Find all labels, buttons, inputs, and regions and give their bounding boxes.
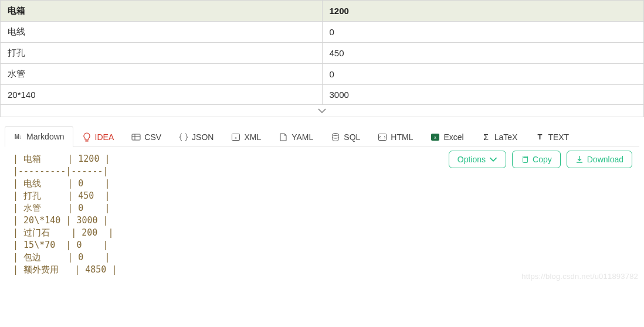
tab-csv[interactable]: CSV — [123, 127, 170, 147]
expand-toggle[interactable] — [0, 105, 644, 117]
xml-icon: x — [231, 132, 240, 142]
tab-label: TEXT — [548, 132, 569, 142]
svg-text:x: x — [235, 136, 237, 139]
cell-value: 0 — [322, 22, 644, 43]
excel-icon: x — [431, 132, 440, 142]
table-row: 20*140 3000 — [1, 85, 644, 105]
tab-text[interactable]: T TEXT — [526, 127, 578, 147]
tab-json[interactable]: JSON — [170, 127, 222, 147]
bulb-icon — [82, 132, 91, 142]
cell-value: 3000 — [322, 85, 644, 105]
html-icon — [378, 132, 387, 142]
chevron-down-icon — [318, 106, 326, 115]
tab-xml[interactable]: x XML — [222, 127, 270, 147]
cell-name: 打孔 — [1, 43, 323, 64]
caret-down-icon — [489, 155, 497, 164]
markdown-icon: M↓ — [13, 132, 23, 141]
data-table: 电箱 1200 电线 0 打孔 450 水管 0 20*140 3000 — [0, 0, 644, 105]
svg-rect-0 — [132, 134, 140, 140]
table-row: 电线 0 — [1, 22, 644, 43]
tab-sql[interactable]: SQL — [322, 127, 369, 147]
options-button[interactable]: Options — [449, 151, 506, 168]
cell-name: 水管 — [1, 64, 323, 85]
svg-point-3 — [333, 133, 338, 135]
tab-label: LaTeX — [494, 132, 518, 142]
tab-label: SQL — [344, 132, 360, 142]
copy-button[interactable]: Copy — [512, 151, 561, 168]
tab-label: IDEA — [95, 132, 114, 142]
code-line: | 电线 | 0 | — [13, 178, 631, 190]
cell-value: 0 — [322, 64, 644, 85]
output-panel: M↓ Markdown IDEA CSV JSON x XML — [0, 125, 644, 284]
button-label: Download — [587, 155, 623, 164]
button-label: Options — [457, 155, 486, 164]
header-cell-name: 电箱 — [1, 1, 323, 22]
code-line: | 过门石 | 200 | — [13, 227, 631, 239]
csv-icon — [131, 132, 141, 142]
text-icon: T — [535, 132, 544, 142]
code-line: | 水管 | 0 | — [13, 202, 631, 214]
tab-yaml[interactable]: YAML — [270, 127, 322, 147]
tab-label: YAML — [292, 132, 313, 142]
code-line: | 打孔 | 450 | — [13, 190, 631, 202]
table-header-row: 电箱 1200 — [1, 1, 644, 22]
code-line: | 20\*140 | 3000 | — [13, 214, 631, 227]
tab-idea[interactable]: IDEA — [73, 127, 123, 147]
download-icon — [575, 155, 584, 164]
cell-value: 450 — [322, 43, 644, 64]
svg-text:x: x — [435, 135, 437, 139]
tab-label: JSON — [192, 132, 213, 142]
header-cell-value: 1200 — [322, 1, 644, 22]
action-buttons: Options Copy Download — [449, 151, 632, 168]
yaml-icon — [279, 132, 288, 142]
copy-icon — [521, 155, 529, 164]
format-tabs: M↓ Markdown IDEA CSV JSON x XML — [5, 125, 639, 147]
json-icon — [179, 132, 188, 142]
tab-label: CSV — [144, 132, 161, 142]
tab-label: HTML — [391, 132, 413, 142]
code-line: | 包边 | 0 | — [13, 251, 631, 264]
cell-name: 电线 — [1, 22, 323, 43]
code-line: | 15\*70 | 0 | — [13, 239, 631, 251]
tab-label: Markdown — [26, 132, 65, 141]
svg-rect-7 — [523, 158, 528, 163]
tab-html[interactable]: HTML — [369, 127, 422, 147]
tab-markdown[interactable]: M↓ Markdown — [5, 126, 73, 147]
tab-excel[interactable]: x Excel — [422, 127, 472, 147]
download-button[interactable]: Download — [567, 151, 632, 168]
button-label: Copy — [533, 155, 552, 164]
cell-name: 20*140 — [1, 85, 323, 105]
sigma-icon: Σ — [482, 132, 491, 142]
table-row: 水管 0 — [1, 64, 644, 85]
markdown-output[interactable]: | 电箱 | 1200 ||---------|------|| 电线 | 0 … — [13, 153, 631, 276]
tab-latex[interactable]: Σ LaTeX — [473, 127, 527, 147]
tab-label: Excel — [443, 132, 463, 142]
database-icon — [331, 132, 340, 142]
output-area: Options Copy Download | 电箱 | 1200 ||----… — [5, 147, 639, 284]
tab-label: XML — [244, 132, 261, 142]
table-row: 打孔 450 — [1, 43, 644, 64]
code-line: | 额外费用 | 4850 | — [13, 264, 631, 276]
